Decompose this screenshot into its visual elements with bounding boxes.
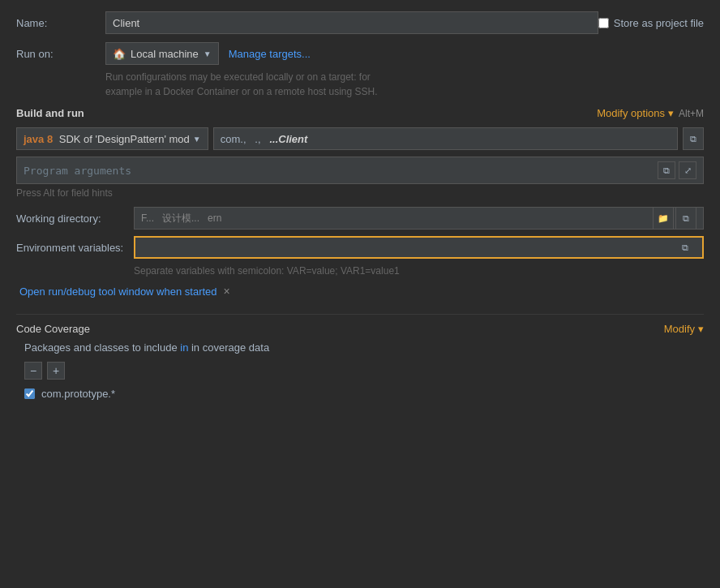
run-on-row: Run on: 🏠 Local machine ▼ Manage targets… <box>16 42 704 65</box>
machine-label: Local machine <box>131 48 199 60</box>
dropdown-arrow-icon: ▼ <box>204 49 212 58</box>
store-as-project-text: Store as project file <box>614 17 704 29</box>
coverage-item: com.prototype.* <box>16 388 704 400</box>
code-coverage-header: Code Coverage Modify ▾ <box>16 323 704 335</box>
minus-icon: − <box>30 364 36 377</box>
coverage-desc-text: Packages and classes to include <box>24 341 178 354</box>
modify-options-area: Modify options ▾ Alt+M <box>597 107 704 119</box>
sdk-java-label: java 8 <box>24 133 53 145</box>
working-dir-icons: 📁 ⧉ <box>653 207 696 230</box>
coverage-minus-btn[interactable]: − <box>24 362 42 380</box>
alt-hint: Alt+M <box>679 108 704 119</box>
args-copy-icon-btn[interactable]: ⧉ <box>658 161 675 179</box>
class-copy-icon-btn[interactable]: ⧉ <box>683 127 704 150</box>
coverage-modify-btn[interactable]: Modify ▾ <box>664 323 704 335</box>
env-vars-copy-btn[interactable]: ⧉ <box>675 236 696 259</box>
working-dir-copy-icon: ⧉ <box>683 213 689 224</box>
run-on-label: Run on: <box>16 48 105 60</box>
args-copy-icon: ⧉ <box>663 165 670 176</box>
name-input[interactable] <box>105 11 598 34</box>
name-label: Name: <box>16 17 105 29</box>
coverage-in-link: in <box>180 341 191 354</box>
coverage-desc: Packages and classes to include in in co… <box>16 341 704 354</box>
run-on-dropdown[interactable]: 🏠 Local machine ▼ <box>105 42 219 65</box>
run-on-hint: Run configurations may be executed local… <box>105 70 704 99</box>
press-alt-hint: Press Alt for field hints <box>16 187 704 199</box>
working-dir-value: F... 设计模... ern <box>141 212 221 225</box>
copy-icon: ⧉ <box>690 134 696 144</box>
coverage-buttons: − + <box>16 362 704 380</box>
hint-line2: example in a Docker Container or on a re… <box>105 86 378 97</box>
sdk-dropdown-arrow-icon: ▼ <box>193 135 201 144</box>
sdk-dropdown[interactable]: java 8 SDK of 'DesignPattern' mod ▼ <box>16 127 208 150</box>
expand-icon: ⤢ <box>684 165 692 176</box>
working-dir-row: Working directory: F... 设计模... ern 📁 ⧉ <box>16 207 704 230</box>
class-prefix: com., <box>221 133 255 145</box>
folder-icon: 📁 <box>658 213 669 224</box>
coverage-desc-suffix: in coverage data <box>191 341 269 354</box>
build-run-title: Build and run <box>16 107 84 119</box>
env-vars-input[interactable] <box>142 242 675 254</box>
working-dir-label: Working directory: <box>16 212 134 225</box>
open-tool-close-btn[interactable]: × <box>224 285 230 298</box>
name-row: Name: Store as project file <box>16 11 704 34</box>
class-middle: ., <box>255 133 269 145</box>
args-icons: ⧉ ⤢ <box>658 161 696 179</box>
program-args-placeholder: Program arguments <box>24 165 131 177</box>
store-project-area: Store as project file <box>598 17 704 29</box>
coverage-item-checkbox[interactable] <box>24 388 35 399</box>
main-container: Name: Store as project file Run on: 🏠 Lo… <box>0 0 720 411</box>
code-coverage-title: Code Coverage <box>16 323 90 335</box>
house-icon: 🏠 <box>113 48 126 60</box>
manage-targets-button[interactable]: Manage targets... <box>229 48 311 60</box>
sdk-class-row: java 8 SDK of 'DesignPattern' mod ▼ com.… <box>16 127 704 150</box>
working-dir-copy-btn[interactable]: ⧉ <box>675 207 696 230</box>
class-name: ...Client <box>269 133 307 145</box>
modify-options-label: Modify options <box>597 107 665 119</box>
sdk-suffix: SDK of 'DesignPattern' mod <box>56 133 190 145</box>
plus-icon: + <box>53 364 59 377</box>
program-args-field[interactable]: Program arguments ⧉ ⤢ <box>16 157 704 184</box>
working-dir-folder-btn[interactable]: 📁 <box>653 207 674 230</box>
press-alt-text: Press Alt for field hints <box>16 187 113 199</box>
open-tool-label[interactable]: Open run/debug tool window when started <box>19 285 217 298</box>
env-hint: Separate variables with semicolon: VAR=v… <box>134 265 704 277</box>
coverage-chevron-icon: ▾ <box>698 323 704 335</box>
env-vars-label: Environment variables: <box>16 242 134 254</box>
modify-options-button[interactable]: Modify options ▾ <box>597 107 674 119</box>
coverage-item-label: com.prototype.* <box>41 388 115 400</box>
env-vars-field[interactable]: ⧉ <box>134 236 704 259</box>
store-as-project-checkbox[interactable] <box>598 18 609 28</box>
args-expand-icon-btn[interactable]: ⤢ <box>679 161 696 179</box>
build-run-header: Build and run Modify options ▾ Alt+M <box>16 107 704 119</box>
open-tool-row: Open run/debug tool window when started … <box>16 285 704 298</box>
store-as-project-label[interactable]: Store as project file <box>598 17 704 29</box>
chevron-down-icon: ▾ <box>668 107 674 119</box>
env-vars-copy-icon: ⧉ <box>682 242 688 253</box>
class-field: com., ., ...Client <box>213 127 678 150</box>
working-dir-field[interactable]: F... 设计模... ern 📁 ⧉ <box>134 207 704 230</box>
coverage-plus-btn[interactable]: + <box>47 362 65 380</box>
hint-line1: Run configurations may be executed local… <box>105 71 371 83</box>
env-vars-row: Environment variables: ⧉ <box>16 236 704 259</box>
divider <box>16 314 704 315</box>
close-icon: × <box>224 285 230 298</box>
coverage-modify-label: Modify <box>664 323 695 335</box>
